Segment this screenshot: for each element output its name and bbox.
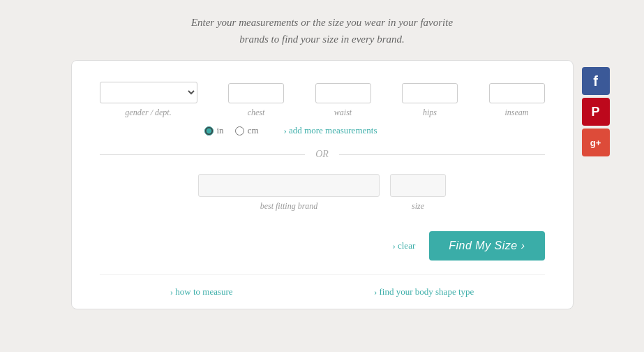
brand-row: best fitting brand size	[100, 174, 545, 212]
or-text: OR	[315, 149, 329, 160]
gender-label: gender / dept.	[125, 108, 171, 118]
brand-input[interactable]	[198, 174, 380, 197]
brand-label: best fitting brand	[260, 201, 318, 212]
unit-row: in cm › add more measurements	[204, 125, 545, 136]
inseam-group: inseam	[489, 83, 545, 118]
how-to-measure-link[interactable]: › how to measure	[170, 286, 233, 298]
chest-input[interactable]	[228, 83, 284, 103]
hips-label: hips	[423, 108, 437, 118]
chest-label: chest	[248, 108, 265, 118]
waist-label: waist	[334, 108, 352, 118]
or-divider: OR	[72, 149, 573, 160]
pinterest-icon: P	[591, 105, 599, 119]
headline: Enter your measurements or the size you …	[191, 14, 453, 47]
size-input[interactable]	[390, 174, 446, 197]
gender-group: Women Men Kids gender / dept.	[100, 82, 197, 118]
facebook-icon: f	[593, 73, 598, 89]
or-line-left	[100, 154, 306, 155]
clear-link[interactable]: › clear	[392, 240, 415, 251]
add-more-link[interactable]: › add more measurements	[284, 125, 377, 136]
find-size-button[interactable]: Find My Size ›	[429, 231, 544, 261]
unit-in-option[interactable]: in	[204, 125, 224, 136]
brand-group: best fitting brand	[198, 174, 380, 212]
chest-group: chest	[228, 83, 284, 118]
inseam-label: inseam	[505, 108, 529, 118]
action-row: › clear Find My Size ›	[100, 219, 545, 274]
unit-cm-option[interactable]: cm	[235, 125, 259, 136]
page-wrapper: Enter your measurements or the size you …	[0, 14, 644, 309]
size-group: size	[390, 174, 446, 212]
gender-select[interactable]: Women Men Kids	[100, 82, 197, 103]
hips-group: hips	[402, 83, 458, 118]
inseam-input[interactable]	[489, 83, 545, 103]
pinterest-button[interactable]: P	[582, 98, 610, 126]
size-label: size	[412, 201, 424, 212]
main-card: Women Men Kids gender / dept. chest wais…	[71, 60, 574, 309]
unit-cm-radio[interactable]	[235, 126, 244, 135]
waist-input[interactable]	[315, 83, 371, 103]
hips-input[interactable]	[402, 83, 458, 103]
googleplus-icon: g+	[590, 138, 601, 148]
facebook-button[interactable]: f	[582, 67, 610, 95]
card-footer: › how to measure › find your body shape …	[100, 274, 545, 309]
or-line-right	[339, 154, 545, 155]
unit-in-radio[interactable]	[204, 126, 214, 135]
measurements-row: Women Men Kids gender / dept. chest wais…	[100, 82, 545, 118]
body-shape-type-link[interactable]: › find your body shape type	[374, 286, 474, 298]
googleplus-button[interactable]: g+	[582, 129, 610, 156]
waist-group: waist	[315, 83, 371, 118]
social-sidebar: f P g+	[582, 67, 610, 156]
